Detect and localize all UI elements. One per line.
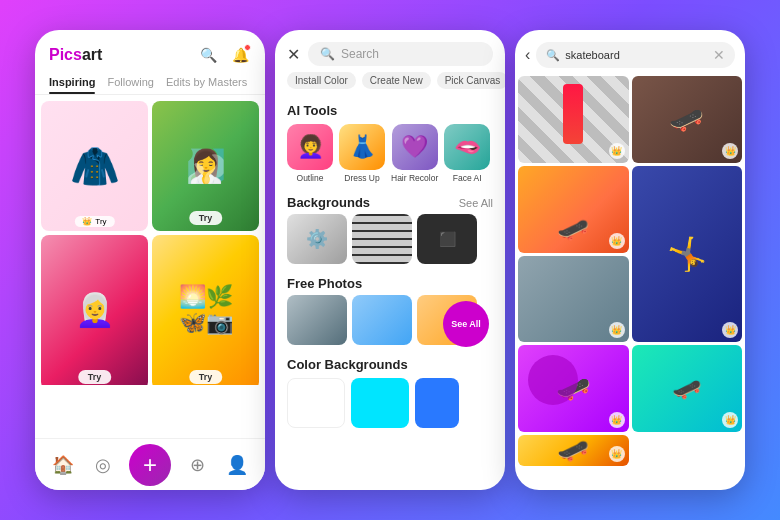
outline-thumb: 👩‍🦱 xyxy=(287,124,333,170)
ai-tool-dress-up[interactable]: 👗 Dress Up xyxy=(339,124,385,183)
search-results-grid: 👑 🛹 👑 🛹 👑 🤸 👑 👑 xyxy=(515,76,745,466)
right-header: ‹ 🔍 skateboard ✕ xyxy=(515,30,745,76)
woman-image: 🧖‍♀️ Try xyxy=(152,101,259,231)
crown-badge-8: 👑 xyxy=(609,446,625,462)
crown-badge-6: 👑 xyxy=(609,412,625,428)
blue-swatch[interactable] xyxy=(415,378,459,428)
try-button-3[interactable]: Try xyxy=(189,370,223,384)
tab-inspiring[interactable]: Inspiring xyxy=(49,72,95,94)
content-row-1: 🧥 👑Try 🧖‍♀️ Try xyxy=(41,101,259,231)
grid-cell-7[interactable]: 🛹 👑 xyxy=(632,345,743,432)
grid-cell-1[interactable]: 👑 xyxy=(518,76,629,163)
crown-try-badge: 👑Try xyxy=(74,216,114,227)
grid-cell-6[interactable]: 🛹 👑 xyxy=(518,345,629,432)
bg-thumb-1[interactable]: ⚙️ xyxy=(287,214,347,264)
backgrounds-row: ⚙️ ⬛ xyxy=(275,214,505,272)
grid-cell-2[interactable]: 🛹 👑 xyxy=(632,76,743,163)
try-button-2[interactable]: Try xyxy=(78,370,112,384)
back-button[interactable]: ‹ xyxy=(525,46,530,64)
face-ai-label: Face AI xyxy=(453,173,482,183)
grid-cell-4[interactable]: 🤸 👑 xyxy=(632,166,743,343)
hair-recolor-label: Hair Recolor xyxy=(391,173,438,183)
dress-up-label: Dress Up xyxy=(344,173,379,183)
ai-tool-face-ai[interactable]: 🫦 Face AI xyxy=(444,124,490,183)
ai-tools-row: 👩‍🦱 Outline 👗 Dress Up 💜 Hair Recolor xyxy=(275,124,505,191)
grid-cell-8[interactable]: 🛹 👑 xyxy=(518,435,629,466)
notification-dot xyxy=(244,44,251,51)
ai-tool-outline[interactable]: 👩‍🦱 Outline xyxy=(287,124,333,183)
search-icon[interactable]: 🔍 xyxy=(197,44,219,66)
dress-up-thumb: 👗 xyxy=(339,124,385,170)
create-button[interactable]: + xyxy=(129,444,171,486)
crown-badge-7: 👑 xyxy=(722,412,738,428)
free-photos-section-header: Free Photos xyxy=(275,272,505,295)
checker-swatch[interactable] xyxy=(287,378,345,428)
content-row-2: 👩‍🦳 Try 🌅🌿🦋📷 Try xyxy=(41,235,259,390)
backgrounds-see-all[interactable]: See All xyxy=(459,197,493,209)
crown-badge-5: 👑 xyxy=(609,322,625,338)
hair-recolor-thumb: 💜 xyxy=(392,124,438,170)
center-header: ✕ 🔍 Search xyxy=(275,30,505,72)
color-backgrounds-section: Color Backgrounds xyxy=(275,353,505,432)
grid-cell-5[interactable]: 👑 xyxy=(518,256,629,343)
search-icon-right: 🔍 xyxy=(546,49,560,62)
discover-nav-icon[interactable]: ◎ xyxy=(89,451,117,479)
close-button[interactable]: ✕ xyxy=(287,45,300,64)
right-search-bar[interactable]: 🔍 skateboard ✕ xyxy=(536,42,735,68)
bg-thumb-2[interactable] xyxy=(352,214,412,264)
content-grid: 🧥 👑Try 🧖‍♀️ Try 👩‍🦳 xyxy=(35,101,265,441)
cyan-swatch[interactable] xyxy=(351,378,409,428)
search-placeholder: Search xyxy=(341,47,379,61)
tab-edits-by-masters[interactable]: Edits by Masters xyxy=(166,72,247,94)
purple-overlay xyxy=(528,355,578,405)
backgrounds-section-header: Backgrounds See All xyxy=(275,191,505,214)
collage-image: 🌅🌿🦋📷 Try xyxy=(152,235,259,390)
see-all-button[interactable]: See All xyxy=(443,301,489,347)
filter-tabs: Install Color Create New Pick Canvas M xyxy=(275,72,505,97)
ai-tool-hair-recolor[interactable]: 💜 Hair Recolor xyxy=(391,124,438,183)
outline-label: Outline xyxy=(297,173,324,183)
filter-pick-canvas[interactable]: Pick Canvas xyxy=(437,72,505,89)
search-term: skateboard xyxy=(565,49,619,61)
search-bar[interactable]: 🔍 Search xyxy=(308,42,493,66)
color-backgrounds-label: Color Backgrounds xyxy=(287,357,493,372)
home-nav-icon[interactable]: 🏠 xyxy=(49,451,77,479)
free-photos-label: Free Photos xyxy=(287,276,362,291)
stickers-nav-icon[interactable]: ⊕ xyxy=(183,451,211,479)
ai-tools-label: AI Tools xyxy=(275,97,505,124)
center-scroll: AI Tools 👩‍🦱 Outline 👗 Dress Up 💜 xyxy=(275,97,505,477)
hoodie-image: 🧥 👑Try xyxy=(41,101,148,231)
center-phone: ✕ 🔍 Search Install Color Create New Pick… xyxy=(275,30,505,490)
left-header: Picsart 🔍 🔔 xyxy=(35,30,265,72)
backgrounds-label: Backgrounds xyxy=(287,195,370,210)
app-logo: Picsart xyxy=(49,46,102,64)
free-photo-2[interactable] xyxy=(352,295,412,345)
navigation-tabs: Inspiring Following Edits by Masters xyxy=(35,72,265,95)
crown-badge-2: 👑 xyxy=(722,143,738,159)
free-photos-row: See All xyxy=(275,295,505,353)
free-photo-1[interactable] xyxy=(287,295,347,345)
left-phone: Picsart 🔍 🔔 Inspiring Following Edits by… xyxy=(35,30,265,490)
color-swatches-row xyxy=(287,378,493,428)
filter-install-color[interactable]: Install Color xyxy=(287,72,356,89)
filter-create-new[interactable]: Create New xyxy=(362,72,431,89)
bottom-navigation: 🏠 ◎ + ⊕ 👤 xyxy=(35,438,265,490)
notification-icon[interactable]: 🔔 xyxy=(229,44,251,66)
search-icon: 🔍 xyxy=(320,47,335,61)
right-phone: ‹ 🔍 skateboard ✕ 👑 🛹 👑 🛹 👑 xyxy=(515,30,745,490)
search-clear-button[interactable]: ✕ xyxy=(713,47,725,63)
pink-person-image: 👩‍🦳 Try xyxy=(41,235,148,390)
bg-thumb-3[interactable]: ⬛ xyxy=(417,214,477,264)
tab-following[interactable]: Following xyxy=(107,72,153,94)
face-ai-thumb: 🫦 xyxy=(444,124,490,170)
try-button[interactable]: Try xyxy=(189,211,223,225)
header-icons: 🔍 🔔 xyxy=(197,44,251,66)
crown-badge-3: 👑 xyxy=(609,233,625,249)
grid-cell-3[interactable]: 🛹 👑 xyxy=(518,166,629,253)
crown-badge-1: 👑 xyxy=(609,143,625,159)
profile-nav-icon[interactable]: 👤 xyxy=(223,451,251,479)
